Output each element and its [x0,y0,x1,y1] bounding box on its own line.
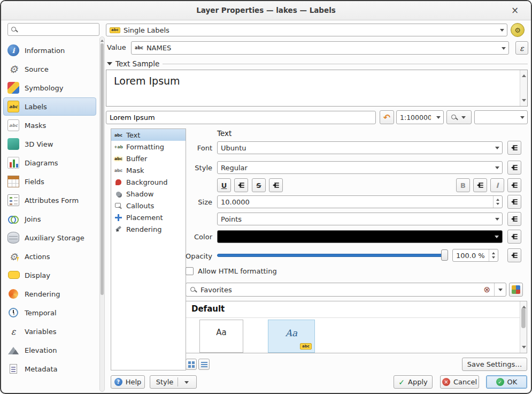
sidebar-item-display[interactable]: Display [3,266,96,284]
sidebar-scrollbar-thumb[interactable] [101,43,104,295]
text-color-button[interactable] [217,230,503,243]
titlebar[interactable]: Layer Properties — lakes — Labels × [1,1,531,20]
spin-down-icon[interactable] [492,256,495,260]
cancel-button[interactable]: × Cancel [440,375,479,389]
tab-buffer[interactable]: abcBuffer [111,153,186,164]
tab-placement[interactable]: Placement [111,211,186,223]
allow-html-checkbox[interactable] [186,267,194,275]
chevron-down-icon [182,376,190,388]
data-defined-override-button[interactable] [507,195,521,209]
sidebar-item-auxiliary-storage[interactable]: Auxiliary Storage [3,229,96,247]
opacity-spinbox[interactable]: 100.0 % [452,249,498,262]
automated-placement-button[interactable]: ⚙ [511,23,525,37]
scroll-down-icon[interactable] [522,346,526,351]
sidebar-item-metadata[interactable]: Metadata [3,360,96,378]
strikethrough-button[interactable]: S [252,178,266,192]
sidebar-item-variables[interactable]: εVariables [3,322,96,340]
data-defined-override-button[interactable] [507,230,521,244]
data-defined-override-button[interactable] [507,212,521,226]
help-button[interactable]: ? Help [111,375,145,389]
sidebar-item-source[interactable]: ⚙Source [3,60,96,78]
list-view-toggle[interactable] [198,359,210,370]
spin-up-icon[interactable] [492,251,495,254]
sidebar-item-actions[interactable]: ⚙Actions [3,247,96,266]
bold-button[interactable]: B [456,178,470,192]
sample-scale-combo[interactable]: 1:1000000 [396,110,444,124]
size-unit-combo[interactable]: Points [217,213,503,225]
sidebar-item-joins[interactable]: Joins [3,210,96,228]
help-icon: ? [114,378,122,386]
expression-builder-button[interactable]: ε [515,41,528,55]
style-card-default[interactable]: Aa [199,320,243,353]
group-heading: Text [217,129,232,138]
close-icon[interactable]: × [510,5,520,16]
tab-background[interactable]: Background [111,176,186,188]
reset-sample-button[interactable]: ↶ [380,110,394,124]
sidebar-scrollbar[interactable] [99,36,105,392]
style-manager-button[interactable] [509,283,523,297]
style-card-selected[interactable]: Aa abc [268,320,315,353]
sidebar-item-temporal[interactable]: Temporal [3,304,96,322]
clear-filter-icon[interactable]: ⊗ [483,286,490,294]
slider-handle[interactable] [441,249,448,261]
sidebar-item-diagrams[interactable]: Diagrams [3,154,96,172]
styles-scrollbar-thumb[interactable] [521,308,526,328]
rendering-tab-icon [114,225,123,234]
map-scale-tools-button[interactable] [446,110,472,124]
icon-view-toggle[interactable] [186,359,197,370]
font-combo[interactable]: Ubuntu [217,141,503,154]
spin-up-icon[interactable] [496,197,499,201]
spin-arrows[interactable] [489,249,498,261]
sidebar-item-information[interactable]: iInformation [3,41,96,59]
apply-button[interactable]: ✓ Apply [394,375,433,389]
sidebar-item-elevation[interactable]: Elevation [3,341,96,359]
actions-icon: ⚙ [7,251,19,262]
sidebar-searchbox[interactable] [7,23,99,36]
data-defined-override-button[interactable] [507,141,521,155]
spin-arrows[interactable] [493,196,502,208]
sidebar-item-labels[interactable]: abcLabels [3,97,96,116]
slider-track [217,254,448,257]
style-menu-button[interactable]: Style [150,375,197,389]
preview-background-combo[interactable] [474,110,528,124]
sidebar-item-attributes-form[interactable]: Attributes Form [3,191,96,209]
sidebar-item-rendering[interactable]: Rendering [3,285,96,303]
opacity-slider[interactable] [217,249,448,262]
allow-html-label: Allow HTML formatting [198,267,277,275]
text-sample-section[interactable]: Text Sample [107,59,528,68]
font-style-combo[interactable]: Regular [217,161,503,174]
data-defined-override-button[interactable] [234,178,248,192]
undo-icon: ↶ [383,112,390,123]
spin-down-icon[interactable] [496,203,499,207]
styles-scrollbar[interactable] [520,301,527,353]
style-filter-combo[interactable]: Favorites ⊗ [186,283,506,297]
size-spinbox[interactable]: 10.0000 [217,195,503,208]
scroll-down-icon[interactable] [522,99,526,104]
label-mode-combo[interactable]: abc Single Labels [106,24,507,36]
sample-scrollbar[interactable] [520,70,527,106]
layer-properties-dialog: Layer Properties — lakes — Labels × iInf… [0,0,532,394]
underline-button[interactable]: U [217,178,231,192]
chevron-down-icon[interactable] [494,283,506,296]
italic-button[interactable]: I [490,178,504,192]
value-field-combo[interactable]: abc NAMES [131,41,509,55]
tab-text[interactable]: abcText [111,129,186,141]
sidebar-item-fields[interactable]: Fields [3,172,96,191]
sidebar-item-symbology[interactable]: Symbology [3,79,96,97]
data-defined-override-button[interactable] [507,248,521,262]
sidebar-search-input[interactable] [20,26,96,33]
sidebar-item-masks[interactable]: abcMasks [3,116,96,134]
sample-text-input[interactable] [106,111,376,124]
ok-button[interactable]: ✓ OK [486,375,527,389]
save-settings-button[interactable]: Save Settings… [462,358,527,371]
data-defined-override-button[interactable] [507,161,521,175]
collapse-arrow-icon[interactable] [107,62,112,65]
scroll-up-icon[interactable] [101,38,104,42]
data-defined-icon [510,198,519,206]
data-defined-override-button[interactable] [473,178,487,192]
label-style-badge-icon: abc [300,343,312,350]
data-defined-override-button[interactable] [269,178,283,192]
data-defined-override-button[interactable] [507,178,521,192]
sidebar-item-3d-view[interactable]: 3D View [3,135,96,153]
scroll-up-icon[interactable] [522,72,526,77]
